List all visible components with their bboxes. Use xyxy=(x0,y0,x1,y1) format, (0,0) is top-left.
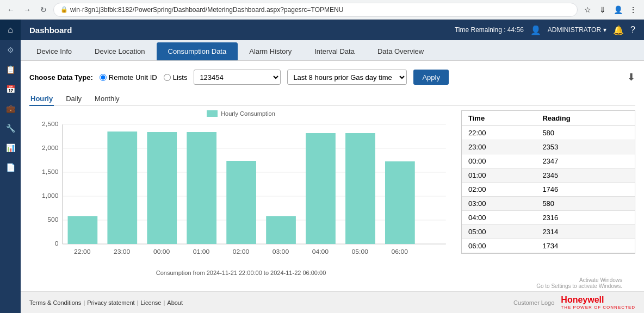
sidebar-item-calendar[interactable]: 📅 xyxy=(0,79,21,99)
apply-button[interactable]: Apply xyxy=(413,70,449,85)
svg-text:02:00: 02:00 xyxy=(233,249,249,255)
svg-text:22:00: 22:00 xyxy=(74,249,90,255)
time-remaining: Time Remaining : 44:56 xyxy=(455,26,524,34)
tab-device-location[interactable]: Device Location xyxy=(83,42,157,60)
help-icon[interactable]: ? xyxy=(630,25,635,35)
footer-sep-3: | xyxy=(163,299,165,306)
table-cell-time: 02:00 xyxy=(462,183,536,197)
sub-tab-daily[interactable]: Daily xyxy=(65,92,83,106)
tab-data-overview[interactable]: Data Overview xyxy=(366,42,435,60)
forward-button[interactable]: → xyxy=(21,3,34,16)
tab-device-info[interactable]: Device Info xyxy=(25,42,83,60)
table-cell-reading: 2353 xyxy=(536,140,635,154)
table-cell-reading: 1734 xyxy=(536,239,635,253)
bell-icon[interactable]: 🔔 xyxy=(613,25,624,35)
table-cell-time: 00:00 xyxy=(462,154,536,168)
lists-label: Lists xyxy=(173,73,188,82)
chart-footer: Consumption from 2024-11-21 22:00:00 to … xyxy=(29,270,453,276)
remote-unit-id-radio[interactable]: Remote Unit ID xyxy=(100,73,157,82)
chart-table-row: Hourly Consumption xyxy=(29,110,635,284)
table-header-reading: Reading xyxy=(536,111,635,126)
table-row: 06:001734 xyxy=(462,239,635,253)
svg-text:1,000: 1,000 xyxy=(42,193,58,199)
table-cell-time: 06:00 xyxy=(462,239,536,253)
top-bar-right: Time Remaining : 44:56 👤 ADMINISTRATOR ▾… xyxy=(455,25,635,35)
license-link[interactable]: License xyxy=(141,299,162,306)
honeywell-logo: Honeywell xyxy=(561,295,635,305)
svg-text:03:00: 03:00 xyxy=(273,249,289,255)
more-button[interactable]: ⋮ xyxy=(627,3,640,16)
footer-sep-2: | xyxy=(137,299,139,306)
bar-0000 xyxy=(147,132,177,244)
svg-text:00:00: 00:00 xyxy=(153,249,170,255)
table-cell-time: 05:00 xyxy=(462,225,536,239)
lists-radio-input[interactable] xyxy=(164,74,171,81)
sidebar-item-wrench[interactable]: 🔧 xyxy=(0,118,21,138)
table-cell-time: 04:00 xyxy=(462,211,536,225)
bar-2200 xyxy=(68,216,98,244)
svg-text:23:00: 23:00 xyxy=(114,249,130,255)
readings-table: Time Reading 22:0058023:00235300:0023470… xyxy=(462,111,635,253)
briefcase-icon: 💼 xyxy=(6,104,15,113)
tab-alarm-history[interactable]: Alarm History xyxy=(238,42,303,60)
refresh-button[interactable]: ↻ xyxy=(37,3,50,16)
sub-tabs: Hourly Daily Monthly xyxy=(29,92,635,106)
table-cell-reading: 2314 xyxy=(536,225,635,239)
sub-tab-monthly[interactable]: Monthly xyxy=(94,92,121,106)
footer: Terms & Conditions | Privacy statement |… xyxy=(21,291,644,313)
sidebar-item-chart[interactable]: 📊 xyxy=(0,138,21,158)
tab-interval-data[interactable]: Interval Data xyxy=(303,42,366,60)
data-table: Time Reading 22:0058023:00235300:0023470… xyxy=(461,110,635,254)
radio-group: Remote Unit ID Lists xyxy=(100,73,188,82)
svg-text:04:00: 04:00 xyxy=(312,249,329,255)
honeywell-sub: THE POWER OF CONNECTED xyxy=(561,305,635,310)
table-cell-reading: 2345 xyxy=(536,168,635,183)
address-bar[interactable]: 🔒 win-r3gn1j3bfbk:8182/PowerSpring/Dashb… xyxy=(53,3,578,17)
tab-consumption-data[interactable]: Consumption Data xyxy=(157,42,238,60)
sidebar-item-report[interactable]: 📄 xyxy=(0,158,21,177)
download-button[interactable]: ⬇ xyxy=(627,71,635,83)
svg-text:01:00: 01:00 xyxy=(193,249,209,255)
back-button[interactable]: ← xyxy=(4,3,17,16)
sidebar-home-button[interactable]: ⌂ xyxy=(0,20,21,40)
table-row: 23:002353 xyxy=(462,140,635,154)
table-cell-reading: 580 xyxy=(536,197,635,211)
sub-tab-hourly[interactable]: Hourly xyxy=(29,92,54,106)
footer-links: Terms & Conditions | Privacy statement |… xyxy=(29,299,183,306)
remote-unit-id-label: Remote Unit ID xyxy=(109,73,157,82)
privacy-link[interactable]: Privacy statement xyxy=(87,299,134,306)
clipboard-icon: 📋 xyxy=(6,65,15,74)
bar-0300 xyxy=(266,216,296,244)
about-link[interactable]: About xyxy=(167,299,183,306)
svg-text:0: 0 xyxy=(55,241,59,247)
browser-chrome: ← → ↻ 🔒 win-r3gn1j3bfbk:8182/PowerSpring… xyxy=(0,0,644,20)
remote-unit-id-radio-input[interactable] xyxy=(100,74,107,81)
sidebar-item-settings[interactable]: ⚙ xyxy=(0,40,21,60)
sidebar-item-briefcase[interactable]: 💼 xyxy=(0,99,21,118)
download-browser-button[interactable]: ⇓ xyxy=(596,3,609,16)
svg-text:05:00: 05:00 xyxy=(352,249,368,255)
lists-radio[interactable]: Lists xyxy=(164,73,188,82)
sidebar-item-clipboard[interactable]: 📋 xyxy=(0,60,21,79)
terms-link[interactable]: Terms & Conditions xyxy=(29,299,81,306)
table-cell-time: 03:00 xyxy=(462,197,536,211)
bookmark-button[interactable]: ☆ xyxy=(581,3,594,16)
customer-logo-label: Customer Logo xyxy=(513,299,554,306)
svg-text:500: 500 xyxy=(47,217,58,223)
calendar-icon: 📅 xyxy=(6,85,15,93)
profile-button[interactable]: 👤 xyxy=(611,3,624,16)
footer-sep-1: | xyxy=(83,299,85,306)
table-row: 05:002314 xyxy=(462,225,635,239)
home-icon: ⌂ xyxy=(8,25,13,35)
table-cell-reading: 2316 xyxy=(536,211,635,225)
time-range-select[interactable]: Last 8 hours prior Gas day time Last 24 … xyxy=(287,70,407,85)
admin-button[interactable]: ADMINISTRATOR ▾ xyxy=(548,26,606,34)
tab-bar: Device Info Device Location Consumption … xyxy=(21,40,644,61)
chart-legend: Hourly Consumption xyxy=(29,110,453,117)
unit-id-select[interactable]: 123454 xyxy=(194,70,281,85)
bar-0400 xyxy=(306,133,336,244)
download-icon: ⬇ xyxy=(627,72,635,83)
table-cell-reading: 2347 xyxy=(536,154,635,168)
svg-text:06:00: 06:00 xyxy=(392,249,408,255)
user-icon: 👤 xyxy=(530,25,541,35)
